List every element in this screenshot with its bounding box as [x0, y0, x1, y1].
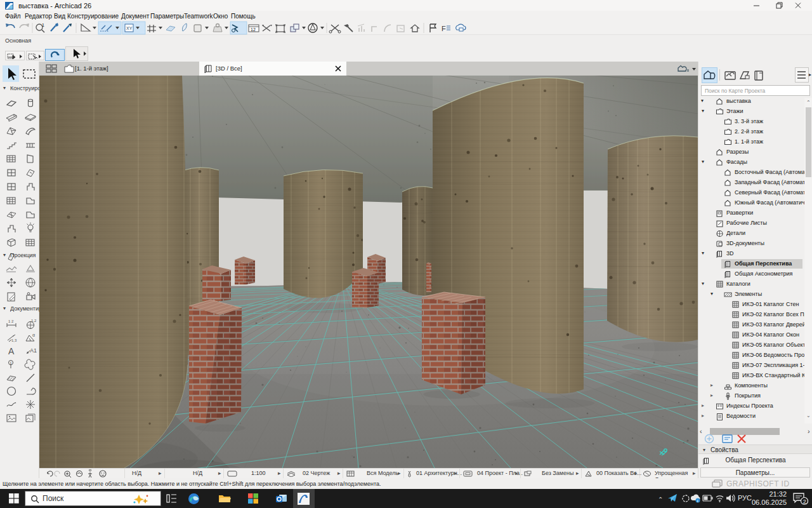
- svg-text:2: 2: [803, 498, 806, 505]
- svg-text:α: α: [32, 333, 35, 337]
- svg-text:XY: XY: [126, 26, 133, 30]
- svg-text:1,2: 1,2: [31, 319, 37, 323]
- svg-text:1: 1: [42, 23, 44, 27]
- svg-text:A: A: [8, 346, 15, 356]
- svg-text:F: F: [442, 25, 446, 32]
- svg-text:1 2: 1 2: [8, 319, 14, 323]
- svg-text:A1: A1: [30, 347, 37, 354]
- svg-text:1,3: 1,3: [11, 338, 17, 342]
- svg-text:12: 12: [251, 27, 256, 32]
